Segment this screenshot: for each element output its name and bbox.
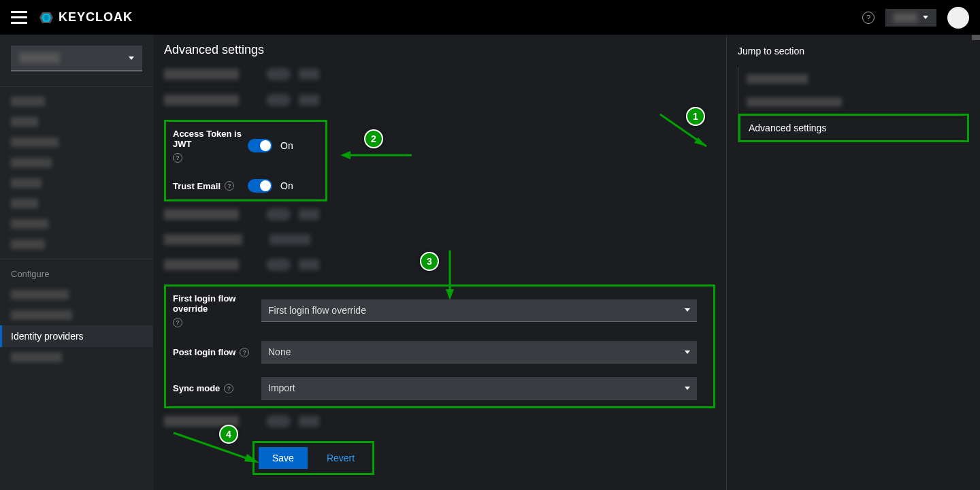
jump-list: Advanced settings — [738, 67, 969, 142]
access-token-jwt-toggle[interactable] — [248, 139, 272, 152]
annotation-3: 3 — [420, 252, 439, 271]
sidebar-item[interactable] — [0, 91, 153, 112]
arrow-2 — [337, 148, 415, 162]
header-left: KEYCLOAK — [11, 10, 133, 26]
sidebar-item[interactable] — [0, 284, 153, 305]
sidebar-item[interactable] — [0, 193, 153, 214]
logo-text: KEYCLOAK — [59, 10, 133, 24]
trust-email-toggle[interactable] — [248, 179, 272, 193]
sidebar-item[interactable] — [0, 152, 153, 173]
scroll-track[interactable] — [972, 35, 980, 490]
header: KEYCLOAK ? — [0, 0, 980, 35]
blurred-setting — [164, 68, 715, 80]
help-icon[interactable]: ? — [225, 181, 234, 191]
sidebar-item[interactable] — [0, 132, 153, 152]
blurred-setting — [164, 208, 715, 220]
blurred-setting — [164, 259, 715, 271]
sidebar: Configure Identity providers — [0, 35, 153, 490]
help-icon[interactable]: ? — [862, 12, 875, 24]
trust-email-label: Trust Email ? — [173, 181, 248, 191]
revert-button[interactable]: Revert — [313, 447, 368, 469]
help-icon[interactable]: ? — [240, 348, 249, 357]
svg-marker-6 — [340, 151, 350, 159]
logo[interactable]: KEYCLOAK — [38, 10, 133, 26]
help-icon[interactable]: ? — [173, 318, 182, 327]
save-button[interactable]: Save — [259, 447, 308, 469]
chevron-down-icon — [685, 350, 690, 354]
sidebar-item-identity-providers[interactable]: Identity providers — [0, 325, 153, 347]
svg-marker-10 — [244, 454, 259, 463]
jump-item-advanced-settings[interactable]: Advanced settings — [738, 114, 969, 142]
blurred-setting — [164, 415, 715, 427]
annotation-4: 4 — [219, 425, 238, 444]
avatar[interactable] — [947, 7, 969, 29]
access-token-jwt-label: Access Token is JWT ? — [173, 129, 248, 163]
blurred-setting — [164, 234, 715, 245]
svg-marker-8 — [446, 289, 454, 300]
chevron-down-icon — [685, 308, 690, 312]
sync-mode-select[interactable]: Import — [261, 377, 697, 399]
header-right: ? — [862, 7, 969, 29]
sync-mode-label: Sync mode ? — [173, 383, 261, 393]
sidebar-item[interactable] — [0, 305, 153, 325]
sidebar-section-label: Configure — [0, 263, 153, 284]
realm-select[interactable] — [11, 46, 142, 71]
help-icon[interactable]: ? — [224, 384, 233, 393]
post-login-flow-select[interactable]: None — [261, 341, 697, 363]
section-title: Advanced settings — [164, 43, 715, 57]
arrow-1 — [653, 109, 715, 157]
content-main: Advanced settings Access Token is JWT ? — [153, 35, 726, 490]
chevron-down-icon — [129, 56, 134, 60]
trust-email-toggle-wrapper: On — [248, 179, 318, 193]
arrow-4 — [167, 427, 265, 468]
blurred-setting — [164, 94, 715, 106]
svg-line-9 — [174, 433, 252, 460]
sidebar-item[interactable] — [0, 173, 153, 193]
first-login-flow-select[interactable]: First login flow override — [261, 299, 697, 322]
menu-icon[interactable] — [11, 10, 27, 26]
sidebar-item-label: Identity providers — [11, 331, 84, 342]
jump-item[interactable] — [738, 91, 969, 114]
user-dropdown[interactable] — [885, 9, 936, 27]
arrow-3 — [443, 247, 457, 301]
sidebar-item[interactable] — [0, 347, 153, 368]
annotation-2: 2 — [364, 129, 383, 148]
sidebar-item[interactable] — [0, 112, 153, 132]
jump-title: Jump to section — [738, 46, 969, 56]
main-layout: Configure Identity providers Advanced se… — [0, 35, 980, 490]
keycloak-logo-icon — [38, 10, 54, 26]
content-wrapper: Advanced settings Access Token is JWT ? — [153, 35, 980, 490]
toggle-state: On — [280, 140, 293, 151]
sidebar-item[interactable] — [0, 234, 153, 255]
chevron-down-icon — [923, 16, 928, 19]
post-login-flow-label: Post login flow ? — [173, 347, 261, 357]
sidebar-item[interactable] — [0, 214, 153, 234]
help-icon[interactable]: ? — [173, 153, 182, 163]
highlight-box-buttons: Save Revert — [252, 441, 374, 475]
annotation-1: 1 — [686, 107, 705, 126]
jump-item[interactable] — [738, 67, 969, 91]
access-token-jwt-toggle-wrapper: On — [248, 139, 318, 152]
highlight-box-selects: First login flow override ? First login … — [164, 284, 715, 408]
first-login-flow-label: First login flow override ? — [173, 293, 261, 327]
chevron-down-icon — [685, 387, 690, 390]
toggle-state: On — [280, 180, 293, 191]
jump-panel: Jump to section Advanced settings — [726, 35, 980, 490]
highlight-box-toggles: Access Token is JWT ? On Trust Email ? — [164, 120, 327, 201]
